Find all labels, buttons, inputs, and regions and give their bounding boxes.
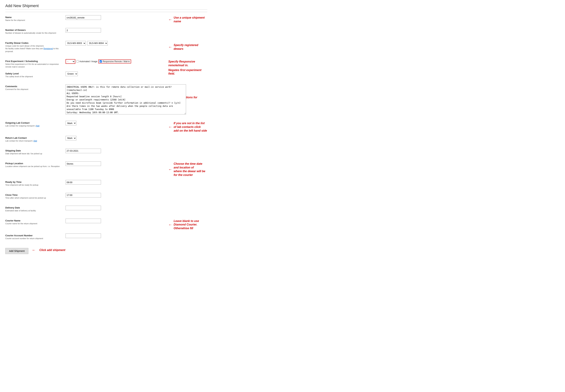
return-contact-desc: Lab contact for return transport | Add (5, 140, 62, 142)
dewars-label: Number of Dewars (5, 29, 62, 31)
close-time-desc: Time after which shipment cannot be pick… (5, 197, 62, 199)
responsive-annotation-1: Specify Responsive remote/mail in. (168, 60, 207, 67)
name-label: Name (5, 16, 62, 19)
courier-account-input[interactable] (66, 234, 101, 238)
responsive-label: Responsive Remote / Mail-in (103, 60, 130, 63)
ready-time-label: Ready by Time (5, 181, 62, 183)
delivery-date-desc: Estimated date of delivery at facility (5, 209, 62, 212)
safety-select[interactable]: Green (66, 71, 78, 76)
courier-account-desc: Courier account number for return shipme… (5, 237, 62, 240)
add-shipment-annotation: Click add shipment (39, 248, 65, 252)
return-contact-label: Return Lab Contact (5, 137, 62, 139)
dewar-code-2-select[interactable]: DLS-MX-9004 (87, 41, 108, 45)
pickup-location-label: Pickup Location (5, 162, 62, 165)
shipping-date-desc: Date shipment will leave lab / be picked… (5, 152, 62, 155)
shipping-date-input[interactable] (66, 149, 101, 153)
name-annotation: Use a unique shipment name (174, 16, 207, 23)
name-desc: Name for the shipment (5, 19, 62, 22)
dewar-arrow: ← (168, 45, 172, 49)
pickup-annotation-1: Choose the time date and location of (174, 162, 207, 169)
first-exp-label: First Experiment / Scheduling (5, 60, 62, 63)
page-title: Add New Shipment (5, 3, 207, 10)
registered-link[interactable]: Registered (43, 47, 53, 50)
return-contact-select[interactable]: Mark (66, 136, 76, 140)
courier-arrow: ← (168, 223, 172, 227)
name-input[interactable] (66, 15, 101, 20)
ready-time-input[interactable] (66, 180, 101, 184)
add-shipment-arrow: ← (32, 248, 36, 252)
automated-label: Automated / Image (79, 60, 97, 63)
safety-label: Safety Level (5, 72, 62, 75)
dewar-annotation: Specify registered dewars (174, 43, 207, 51)
courier-annotation-2: Otherwhise fill (174, 226, 207, 230)
first-exp-select[interactable]: - (66, 59, 75, 64)
return-add-link[interactable]: Add (33, 140, 37, 142)
responsive-checkbox-label[interactable]: Responsive Remote / Mail-in (98, 59, 131, 63)
close-time-input[interactable] (66, 193, 101, 197)
comments-label: Comments (5, 85, 62, 88)
comments-desc: Comment for the shipment (5, 88, 62, 91)
outgoing-contact-desc: Lab contact for outgoing transport | Add (5, 125, 62, 127)
courier-annotation-1: Leave blank to use Diamond Courier. (174, 219, 207, 227)
automated-checkbox-label[interactable]: Automated / Image (76, 60, 97, 63)
shipping-date-label: Shipping Date (5, 149, 62, 152)
dewar-code-1-select[interactable]: DLS-MX-9003 (66, 41, 86, 45)
comments-textarea[interactable]: INDUSTRIAL USERS ONLY: is this for remot… (66, 84, 186, 114)
delivery-date-label: Delivery Date (5, 206, 62, 209)
pickup-location-desc: Location where shipment can be picked up… (5, 165, 62, 168)
outgoing-add-link[interactable]: Add (36, 125, 40, 127)
pickup-annotation-2: where the dewar will be for the courier (174, 169, 207, 177)
courier-name-label: Courier Name (5, 219, 62, 222)
first-exp-desc: Select first experiment or if it's for a… (5, 63, 62, 68)
name-arrow: ← (168, 17, 172, 22)
outgoing-annotation-2: add on the left hand side (174, 129, 207, 133)
outgoing-contact-select[interactable]: Mark (66, 121, 76, 126)
pickup-location-input[interactable] (66, 161, 101, 166)
ready-time-desc: Time shipment will be ready for pickup (5, 184, 62, 186)
courier-name-desc: Courier name for the return shipment (5, 222, 62, 225)
safety-desc: The safety level of the shipment (5, 75, 62, 78)
delivery-date-input[interactable] (66, 206, 101, 210)
responsive-checkbox[interactable] (99, 60, 102, 63)
outgoing-annotation-1: If you are not in the list of lab contac… (174, 122, 207, 129)
facility-dewar-desc: Unique code for each dewar of the shipme… (5, 45, 62, 53)
facility-dewar-label: Facility Dewar Codes (5, 42, 62, 44)
add-shipment-button[interactable]: Add Shipment (5, 248, 28, 254)
dewars-input[interactable] (66, 28, 101, 33)
outgoing-contact-label: Outgoing Lab Contact (5, 122, 62, 124)
outgoing-arrow: ← (168, 125, 172, 129)
dewars-desc: Number of dewars to automatically create… (5, 32, 62, 34)
automated-checkbox[interactable] (76, 60, 79, 63)
courier-name-input[interactable] (66, 219, 101, 223)
close-time-label: Close Time (5, 194, 62, 196)
courier-account-label: Courier Account Number (5, 234, 62, 237)
pickup-arrow: ← (168, 167, 172, 172)
responsive-annotation-2: Negates first experiment field. (168, 68, 207, 76)
